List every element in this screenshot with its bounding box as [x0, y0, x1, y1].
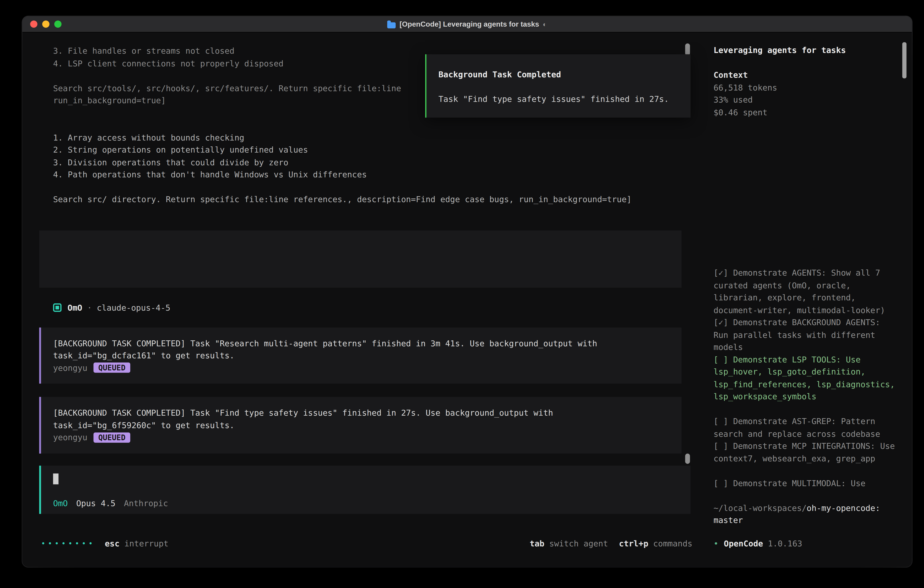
blank-line: [713, 489, 898, 501]
text-cursor: [53, 473, 58, 484]
commands-key-hint: ctrl+p: [619, 538, 648, 548]
blank-line: [713, 464, 898, 477]
blank-line: [53, 180, 681, 193]
message-line: task_id="bg_6f59260c" to get results.: [53, 419, 668, 431]
blank-line: [713, 242, 898, 254]
background-task-message: [BACKGROUND TASK COMPLETED] Task "Find t…: [39, 397, 681, 453]
blank-line: [53, 253, 668, 265]
blank-line: [713, 403, 898, 415]
traffic-lights: [30, 17, 62, 32]
bullet-icon: •: [713, 538, 718, 548]
agent-session-header[interactable]: OmO · claude-opus-4-5: [53, 302, 681, 314]
context-tokens: 66,518 tokens: [713, 81, 898, 93]
workspace-branch: master: [713, 515, 743, 525]
maximize-window-button[interactable]: [54, 20, 62, 28]
background-task-message: [BACKGROUND TASK COMPLETED] Task "Resear…: [39, 327, 681, 383]
todo-item-done: [✓] Demonstrate BACKGROUND AGENTS: Run p…: [713, 316, 898, 353]
spinner-dots-icon: ••••••••: [41, 539, 95, 547]
workspace-path-prefix: ~/local-workspaces/: [713, 503, 807, 512]
esc-action-label: interrupt: [124, 538, 168, 548]
agent-checkbox-icon: [53, 304, 61, 312]
tool-call-line: 2. String operations on potentially unde…: [53, 144, 681, 156]
session-sidebar: Leveraging agents for tasks Context 66,5…: [705, 33, 912, 567]
busy-indicator-icon: ◐: [543, 20, 547, 28]
active-agent-label: OmO: [53, 497, 68, 509]
blank-line: [713, 56, 898, 69]
agent-name: OmO: [68, 303, 82, 312]
terminal-window: [OpenCode] Leveraging agents for tasks ◐…: [22, 17, 912, 567]
session-title: Leveraging agents for tasks: [713, 44, 898, 56]
notification-title: Background Task Completed: [439, 68, 679, 81]
blank-line: [53, 218, 681, 230]
subagent-nav-hint: ctrl+x right, ctrl+x left to navigate be…: [53, 265, 668, 277]
tool-call-line: ⚙call_omo_agent[subagent_type=explore, p…: [53, 119, 681, 131]
message-line: [BACKGROUND TASK COMPLETED] Task "Resear…: [53, 337, 668, 349]
message-line: task_id="bg_dcfac161" to get results.: [53, 349, 668, 362]
lsp-item: •typescript: [713, 217, 898, 230]
message-author: yeongyu: [53, 363, 87, 372]
oracle-task-title-row: ◉Oracle Task "Deep architecture review": [53, 240, 668, 253]
tool-call-line: 1. Array access without bounds checking: [53, 131, 681, 144]
sidebar-scrollbar-thumb[interactable]: [902, 42, 906, 78]
app-name: OpenCode: [724, 538, 763, 548]
esc-key-hint: esc: [105, 538, 120, 548]
blank-line: [713, 180, 898, 192]
mcp-item: •context7Connected: [713, 143, 898, 155]
message-line: [BACKGROUND TASK COMPLETED] Task "Find t…: [53, 406, 668, 419]
context-heading: Context: [713, 69, 898, 81]
lsp-section-heading[interactable]: ▼LSP: [713, 192, 898, 205]
app-version: • OpenCode 1.0.163: [713, 537, 802, 550]
close-window-button[interactable]: [30, 20, 38, 28]
mcp-item: •websearch_exaConnected: [713, 168, 898, 180]
workspace-path: ~/local-workspaces/oh-my-opencode: maste…: [713, 502, 898, 526]
notification-toast: Background Task Completed Task "Find typ…: [425, 55, 690, 118]
tab-key-hint: tab: [530, 538, 544, 548]
active-model-label: Opus 4.5: [76, 497, 116, 509]
mcp-item: •grep_appConnected: [713, 155, 898, 168]
status-badge: QUEUED: [94, 432, 130, 443]
separator-dot: ·: [87, 303, 92, 312]
message-author: yeongyu: [53, 433, 87, 442]
app-version-number: 1.0.163: [768, 538, 802, 548]
window-title-text: [OpenCode] Leveraging agents for tasks: [399, 20, 539, 28]
agent-model: claude-opus-4-5: [97, 303, 170, 312]
context-spent: $0.46 spent: [713, 106, 898, 118]
context-used: 33% used: [713, 93, 898, 106]
todo-item-done: [✓] Demonstrate AGENTS: Show all 7 curat…: [713, 266, 898, 316]
folder-icon: [388, 22, 396, 28]
tool-call-line: 3. Division operations that could divide…: [53, 156, 681, 168]
tool-call-line: 4. Path operations that don't handle Win…: [53, 168, 681, 180]
mcp-section-heading[interactable]: ▼MCP: [713, 130, 898, 143]
status-bar: •••••••• esc interrupt tab switch agent …: [41, 537, 692, 550]
oracle-task-panel[interactable]: ◉Oracle Task "Deep architecture review" …: [39, 230, 681, 287]
desktop-background: [OpenCode] Leveraging agents for tasks ◐…: [0, 0, 924, 588]
minimize-window-button[interactable]: [42, 20, 50, 28]
chat-scrollbar-thumb-bottom[interactable]: [685, 454, 690, 464]
message-meta: yeongyu QUEUED: [53, 431, 668, 444]
todo-item-pending: [ ] Demonstrate MCP INTEGRATIONS: Use co…: [713, 440, 898, 464]
blank-line: [713, 118, 898, 130]
lsp-item: •eslint: [713, 230, 898, 242]
workspace-repo: oh-my-opencode:: [807, 503, 880, 512]
window-title: [OpenCode] Leveraging agents for tasks ◐: [388, 20, 546, 28]
tab-action-label: switch agent: [549, 538, 608, 548]
tool-call-line: Search src/ directory. Return specific f…: [53, 193, 681, 205]
todo-item-pending: [ ] Demonstrate AST-GREP: Pattern search…: [713, 415, 898, 440]
todo-item-pending: [ ] Demonstrate MULTIMODAL: Use: [713, 477, 898, 489]
blank-line: [53, 205, 681, 218]
status-badge: QUEUED: [94, 363, 130, 373]
commands-action-label: commands: [653, 538, 693, 548]
window-titlebar[interactable]: [OpenCode] Leveraging agents for tasks ◐: [22, 17, 912, 33]
model-provider-label: Anthropic: [124, 497, 168, 509]
chat-pane: 3. File handles or streams not closed 4.…: [22, 33, 705, 567]
input-meta-row: OmO Opus 4.5 Anthropic: [53, 497, 678, 509]
todo-item-active: [ ] Demonstrate LSP TOOLS: Use lsp_hover…: [713, 353, 898, 403]
message-meta: yeongyu QUEUED: [53, 362, 668, 374]
lsp-item: •markdown-oxide: [713, 205, 898, 217]
prompt-input[interactable]: OmO Opus 4.5 Anthropic: [39, 466, 690, 514]
chat-scrollbar-thumb-top[interactable]: [685, 43, 690, 56]
notification-body: Task "Find type safety issues" finished …: [439, 93, 679, 105]
todo-section-heading[interactable]: ▼Todo: [713, 254, 898, 266]
